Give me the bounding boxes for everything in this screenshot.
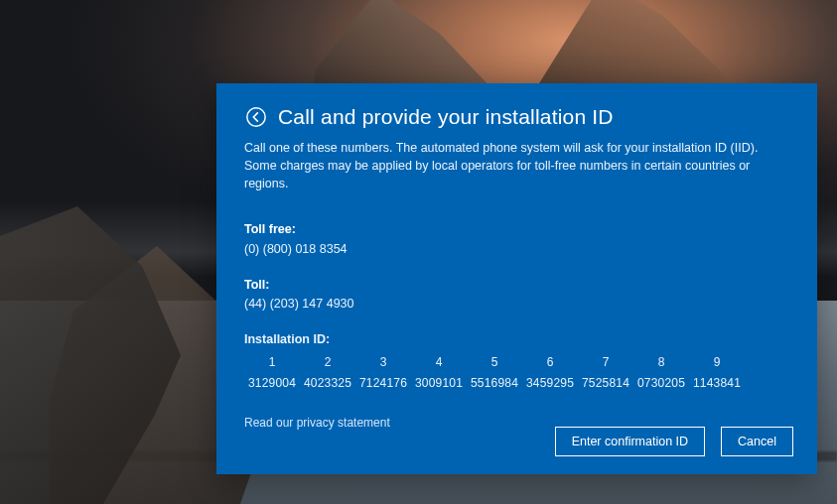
- iid-col-8: 80730205: [633, 354, 689, 393]
- iid-col-1: 13129004: [244, 354, 300, 393]
- toll-section: Toll: (44) (203) 147 4930: [244, 276, 789, 313]
- desktop-background: Call and provide your installation ID Ca…: [0, 0, 837, 504]
- dialog-body: Call one of these numbers. The automated…: [244, 139, 789, 432]
- dialog-title: Call and provide your installation ID: [278, 105, 614, 129]
- instructions-text: Call one of these numbers. The automated…: [244, 139, 789, 192]
- dialog-footer: Enter confirmation ID Cancel: [555, 427, 793, 456]
- iid-col-6: 63459295: [522, 354, 578, 393]
- toll-number: (44) (203) 147 4930: [244, 295, 789, 313]
- toll-free-section: Toll free: (0) (800) 018 8354: [244, 220, 789, 257]
- toll-free-number: (0) (800) 018 8354: [244, 240, 789, 258]
- installation-id-label: Installation ID:: [244, 330, 789, 348]
- dialog-header: Call and provide your installation ID: [244, 105, 789, 129]
- installation-id-section: Installation ID: 13129004 24023325 37124…: [244, 330, 789, 393]
- back-arrow-icon: [245, 106, 267, 128]
- svg-point-0: [247, 108, 265, 126]
- iid-col-7: 77525814: [578, 354, 633, 393]
- back-button[interactable]: [244, 105, 268, 129]
- toll-free-label: Toll free:: [244, 220, 789, 238]
- iid-col-5: 55516984: [467, 354, 522, 393]
- iid-col-4: 43009101: [411, 354, 467, 393]
- privacy-statement-link[interactable]: Read our privacy statement: [244, 415, 390, 432]
- enter-confirmation-id-button[interactable]: Enter confirmation ID: [555, 427, 705, 456]
- iid-col-3: 37124176: [355, 354, 411, 393]
- cancel-button[interactable]: Cancel: [721, 427, 793, 456]
- activation-dialog: Call and provide your installation ID Ca…: [216, 83, 817, 474]
- iid-col-9: 91143841: [689, 354, 745, 393]
- iid-col-2: 24023325: [300, 354, 355, 393]
- installation-id-table: 13129004 24023325 37124176 43009101 5551…: [244, 354, 789, 393]
- toll-label: Toll:: [244, 276, 789, 294]
